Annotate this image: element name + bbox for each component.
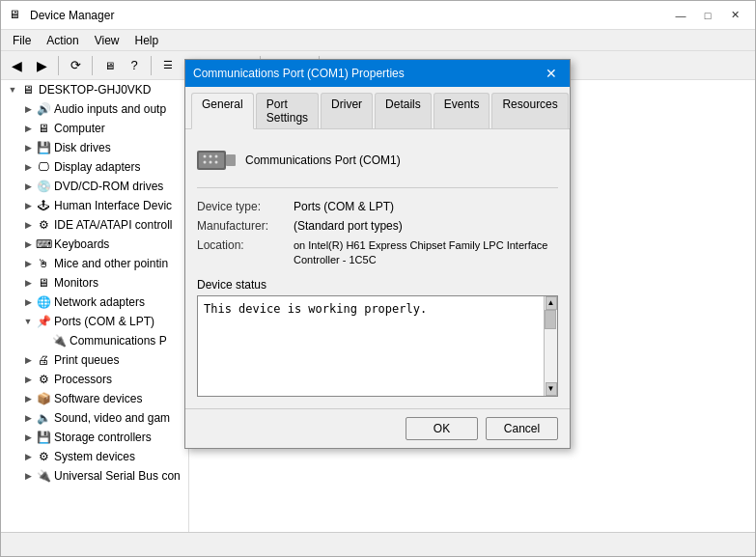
tree-item-dvd[interactable]: ▶ 💿 DVD/CD-ROM drives <box>1 177 188 196</box>
root-label: DESKTOP-GHJ0VKD <box>39 83 151 97</box>
dvd-label: DVD/CD-ROM drives <box>54 180 163 193</box>
tree-item-audio[interactable]: ▶ 🔊 Audio inputs and outp <box>1 99 188 119</box>
svg-point-5 <box>204 161 207 164</box>
scroll-up[interactable]: ▲ <box>546 296 557 310</box>
com1-icon: 🔌 <box>51 333 67 348</box>
tree-item-network[interactable]: ▶ 🌐 Network adapters <box>1 292 188 312</box>
network-label: Network adapters <box>54 295 145 309</box>
svg-point-7 <box>215 161 218 164</box>
dialog-content: Communications Port (COM1) Device type: … <box>185 129 570 408</box>
tree-item-software[interactable]: ▶ 📦 Software devices <box>1 389 188 408</box>
display-icon: 🖵 <box>36 159 51 175</box>
disk-label: Disk drives <box>54 141 111 154</box>
computer-expand-icon[interactable]: ▶ <box>20 121 36 136</box>
tree-item-storage[interactable]: ▶ 💾 Storage controllers <box>1 428 188 447</box>
dvd-expand-icon[interactable]: ▶ <box>20 179 36 194</box>
computer-label: Computer <box>54 122 105 135</box>
tree-item-ports[interactable]: ▼ 📌 Ports (COM & LPT) <box>1 312 188 331</box>
tree-item-system[interactable]: ▶ ⚙ System devices <box>1 447 188 466</box>
keyboards-expand-icon[interactable]: ▶ <box>20 237 36 252</box>
scroll-down[interactable]: ▼ <box>546 382 557 396</box>
tree-item-monitors[interactable]: ▶ 🖥 Monitors <box>1 273 188 292</box>
tab-port-settings[interactable]: Port Settings <box>256 93 319 128</box>
ide-label: IDE ATA/ATAPI controll <box>54 218 172 232</box>
tab-driver[interactable]: Driver <box>321 93 373 128</box>
system-expand-icon[interactable]: ▶ <box>20 449 36 464</box>
svg-point-4 <box>215 155 218 158</box>
scroll-thumb[interactable] <box>545 310 556 329</box>
root-expand-icon[interactable]: ▼ <box>5 82 20 97</box>
tree-item-proc[interactable]: ▶ ⚙ Processors <box>1 370 188 389</box>
menu-help[interactable]: Help <box>127 32 167 49</box>
location-row: Location: on Intel(R) H61 Express Chipse… <box>197 238 558 268</box>
svg-rect-1 <box>199 153 224 168</box>
tree-item-disk[interactable]: ▶ 💾 Disk drives <box>1 138 188 157</box>
device-header: Communications Port (COM1) <box>197 141 558 188</box>
svg-point-3 <box>210 155 212 158</box>
tree-root[interactable]: ▼ 🖥 DESKTOP-GHJ0VKD <box>1 80 188 99</box>
tab-details[interactable]: Details <box>375 93 432 128</box>
tab-events[interactable]: Events <box>434 93 490 128</box>
system-label: System devices <box>54 450 135 463</box>
app-title: Device Manager <box>30 9 114 22</box>
menu-file[interactable]: File <box>5 32 39 49</box>
minimize-button[interactable]: — <box>668 6 693 25</box>
menu-action[interactable]: Action <box>39 32 86 49</box>
maximize-button[interactable]: □ <box>695 6 720 25</box>
software-label: Software devices <box>54 392 142 405</box>
network-expand-icon[interactable]: ▶ <box>20 294 36 310</box>
menu-view[interactable]: View <box>87 32 127 49</box>
proc-expand-icon[interactable]: ▶ <box>20 372 36 387</box>
audio-expand-icon[interactable]: ▶ <box>20 101 36 117</box>
monitors-expand-icon[interactable]: ▶ <box>20 275 36 291</box>
tab-general[interactable]: General <box>191 93 254 129</box>
tree-item-hid[interactable]: ▶ 🕹 Human Interface Devic <box>1 196 188 215</box>
dialog-close-button[interactable]: ✕ <box>541 63 562 84</box>
sound-icon: 🔈 <box>36 410 51 426</box>
keyboards-icon: ⌨ <box>36 237 51 252</box>
audio-label: Audio inputs and outp <box>54 102 166 116</box>
toolbar-sep-2 <box>92 56 93 75</box>
menu-bar: File Action View Help <box>1 30 755 51</box>
cancel-button[interactable]: Cancel <box>486 417 558 440</box>
tree-item-print[interactable]: ▶ 🖨 Print queues <box>1 350 188 370</box>
hid-expand-icon[interactable]: ▶ <box>20 198 36 213</box>
scrollbar[interactable]: ▲ ▼ <box>544 296 557 396</box>
tree-item-mice[interactable]: ▶ 🖱 Mice and other pointin <box>1 254 188 273</box>
print-icon: 🖨 <box>36 352 51 368</box>
close-button[interactable]: ✕ <box>722 6 747 25</box>
dialog-device-name: Communications Port (COM1) <box>245 153 401 167</box>
tree-item-sound[interactable]: ▶ 🔈 Sound, video and gam <box>1 408 188 428</box>
tree-panel[interactable]: ▼ 🖥 DESKTOP-GHJ0VKD ▶ 🔊 Audio inputs and… <box>1 80 189 534</box>
device-type-value: Ports (COM & LPT) <box>294 200 394 213</box>
storage-expand-icon[interactable]: ▶ <box>20 430 36 445</box>
tree-item-display[interactable]: ▶ 🖵 Display adapters <box>1 157 188 177</box>
usb-expand-icon[interactable]: ▶ <box>20 468 36 484</box>
svg-point-6 <box>210 161 212 164</box>
toolbar-forward[interactable]: ▶ <box>30 54 53 77</box>
tree-item-computer[interactable]: ▶ 🖥 Computer <box>1 119 188 138</box>
toolbar-sep-1 <box>58 56 59 75</box>
display-expand-icon[interactable]: ▶ <box>20 159 36 175</box>
toolbar-refresh[interactable]: ⟳ <box>64 54 87 77</box>
software-expand-icon[interactable]: ▶ <box>20 391 36 406</box>
tab-resources[interactable]: Resources <box>491 93 568 128</box>
tree-item-usb[interactable]: ▶ 🔌 Universal Serial Bus con <box>1 466 188 486</box>
ports-expand-icon[interactable]: ▼ <box>20 314 36 329</box>
tree-item-keyboards[interactable]: ▶ ⌨ Keyboards <box>1 235 188 254</box>
sound-expand-icon[interactable]: ▶ <box>20 410 36 426</box>
tree-item-ide[interactable]: ▶ ⚙ IDE ATA/ATAPI controll <box>1 215 188 235</box>
mice-label: Mice and other pointin <box>54 257 168 270</box>
toolbar-help[interactable]: ? <box>123 54 146 77</box>
toolbar-icon1[interactable]: ☰ <box>156 54 180 77</box>
ok-button[interactable]: OK <box>406 417 478 440</box>
print-expand-icon[interactable]: ▶ <box>20 352 36 368</box>
mice-expand-icon[interactable]: ▶ <box>20 256 36 271</box>
toolbar-scan[interactable]: 🖥 <box>98 54 121 77</box>
toolbar-back[interactable]: ◀ <box>5 54 28 77</box>
proc-icon: ⚙ <box>36 372 51 387</box>
disk-expand-icon[interactable]: ▶ <box>20 140 36 155</box>
device-status-text[interactable] <box>198 296 557 393</box>
ide-expand-icon[interactable]: ▶ <box>20 217 36 233</box>
tree-item-com1[interactable]: ▶ 🔌 Communications P <box>1 331 188 350</box>
